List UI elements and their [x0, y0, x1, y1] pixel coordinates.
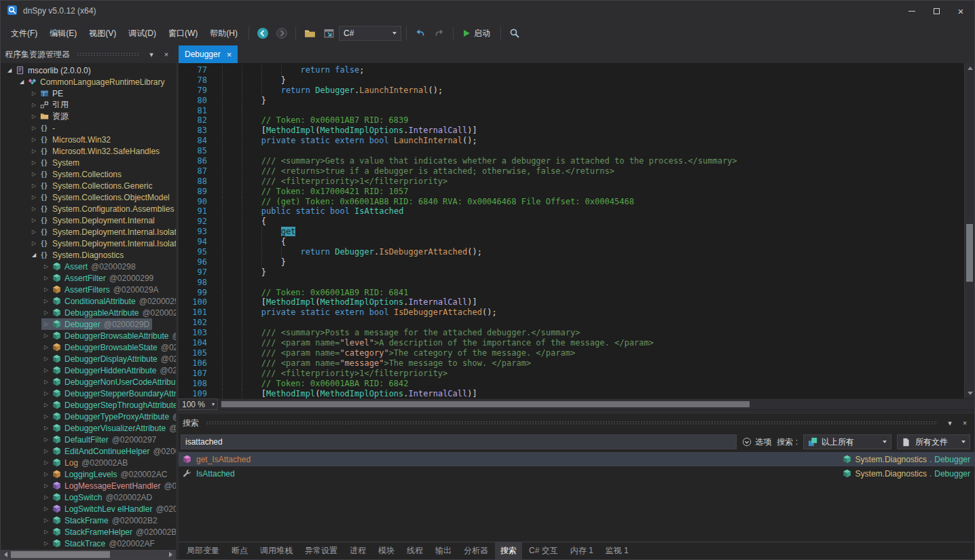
- expander-closed-icon[interactable]: ▷: [29, 217, 39, 223]
- editor-vertical-scrollbar[interactable]: [964, 63, 974, 398]
- code-line[interactable]: 93get: [179, 227, 963, 237]
- tree-item[interactable]: ▷{}Microsoft.Win32.SafeHandles: [1, 145, 176, 157]
- expander-closed-icon[interactable]: ▷: [41, 471, 51, 477]
- code-line[interactable]: 105/// <param name="category">The catego…: [179, 348, 963, 358]
- code-line[interactable]: 86/// <summary>Gets a value that indicat…: [179, 156, 963, 166]
- expander-closed-icon[interactable]: ▷: [41, 413, 51, 419]
- code-line[interactable]: 102: [179, 318, 963, 328]
- expander-closed-icon[interactable]: ▷: [41, 321, 51, 327]
- tree-item[interactable]: ▷{}-: [1, 122, 176, 134]
- undo-button[interactable]: [411, 24, 429, 42]
- search-scope-combo[interactable]: 以上所有: [803, 434, 891, 449]
- code-line[interactable]: 91public static bool IsAttached: [179, 206, 963, 217]
- bottom-tab-1[interactable]: 断点: [226, 542, 253, 559]
- tree-item[interactable]: ▷DebuggerDisplayAttribute@020002A0: [1, 353, 176, 365]
- maximize-button[interactable]: [924, 2, 949, 20]
- bottom-tab-4[interactable]: 进程: [344, 542, 371, 559]
- code-line[interactable]: 97}: [179, 267, 963, 278]
- options-button[interactable]: 选项: [742, 436, 771, 448]
- expander-closed-icon[interactable]: ▷: [29, 206, 39, 212]
- expander-closed-icon[interactable]: ▷: [41, 390, 51, 396]
- tree-item[interactable]: ▷Log@020002AB: [1, 457, 176, 468]
- tree-item[interactable]: ◢CommonLanguageRuntimeLibrary: [1, 76, 176, 88]
- tree-item[interactable]: ▷DebuggerVisualizerAttribute@020002A6: [1, 422, 176, 434]
- tree-item[interactable]: ▷DefaultFilter@02000297: [1, 434, 176, 445]
- menu-item-file[interactable]: 文件(F): [5, 24, 43, 43]
- tree-item[interactable]: ▷DebuggerStepperBoundaryAttribute@020002…: [1, 388, 176, 399]
- code-line[interactable]: 98: [179, 278, 963, 288]
- tree-item[interactable]: ▷PE: [1, 88, 176, 99]
- tree-item[interactable]: ◢mscorlib (2.0.0.0): [1, 64, 176, 76]
- tree-item[interactable]: ▷LogSwitch@020002AD: [1, 491, 176, 503]
- tree-item[interactable]: ▷{}Microsoft.Win32: [1, 134, 176, 145]
- expander-closed-icon[interactable]: ▷: [41, 529, 51, 535]
- tree-item[interactable]: ▷{}System.Deployment.Internal: [1, 214, 176, 226]
- scrollbar-thumb[interactable]: [966, 224, 973, 282]
- code-line[interactable]: 104/// <param name="level">A description…: [179, 338, 963, 348]
- search-result-row[interactable]: IsAttachedSystem.Diagnostics.Debugger: [179, 466, 974, 481]
- tree-item[interactable]: ▷LogSwitchLev elHandler@020002B1: [1, 503, 176, 515]
- scroll-left-arrow[interactable]: [4, 552, 7, 557]
- expander-closed-icon[interactable]: ▷: [41, 460, 51, 466]
- expander-closed-icon[interactable]: ▷: [41, 425, 51, 431]
- code-line[interactable]: 92{: [179, 217, 963, 227]
- tab-debugger[interactable]: Debugger ×: [179, 45, 238, 63]
- expander-closed-icon[interactable]: ▷: [29, 136, 39, 143]
- code-line[interactable]: 100[MethodImpl(MethodImplOptions.Interna…: [179, 297, 963, 307]
- expander-closed-icon[interactable]: ▷: [29, 113, 39, 119]
- menu-item-window[interactable]: 窗口(W): [162, 24, 204, 43]
- sidebar-horizontal-scrollbar[interactable]: [1, 550, 176, 559]
- chevron-down-icon[interactable]: ▾: [944, 419, 955, 428]
- code-line[interactable]: 96}: [179, 257, 963, 267]
- tree-item[interactable]: ▷LoggingLevels@020002AC: [1, 468, 176, 480]
- back-button[interactable]: [254, 24, 272, 42]
- code-line[interactable]: 83[MethodImpl(MethodImplOptions.Internal…: [179, 126, 963, 136]
- tab-close-icon[interactable]: ×: [227, 50, 232, 60]
- window-arrow-button[interactable]: [320, 24, 337, 42]
- code-line[interactable]: 103/// <summary>Posts a message for the …: [179, 328, 963, 338]
- bottom-tab-5[interactable]: 模块: [373, 542, 400, 559]
- expander-closed-icon[interactable]: ▷: [41, 494, 51, 500]
- code-editor[interactable]: 77return false;78}79return Debugger.Laun…: [179, 63, 974, 398]
- expander-closed-icon[interactable]: ▷: [41, 286, 51, 293]
- code-line[interactable]: 107/// <filterpriority>1</filterpriority…: [179, 369, 963, 379]
- tree-item[interactable]: ▷Debugger@0200029D: [1, 318, 176, 330]
- tree-item[interactable]: ▷资源: [1, 111, 176, 122]
- code-line[interactable]: 84private static extern bool LaunchInter…: [179, 136, 963, 146]
- expander-closed-icon[interactable]: ▷: [29, 160, 39, 166]
- assembly-explorer-header[interactable]: 程序集资源管理器 ▾ ×: [1, 45, 176, 63]
- bottom-tab-12[interactable]: 监视 1: [600, 542, 634, 559]
- tree-item[interactable]: ▷LogMessageEventHandler@020002B0: [1, 480, 176, 491]
- bottom-tab-8[interactable]: 分析器: [458, 542, 494, 559]
- expander-closed-icon[interactable]: ▷: [41, 402, 51, 408]
- tree-item[interactable]: ▷{}System.Configuration.Assemblies: [1, 203, 176, 214]
- menu-item-help[interactable]: 帮助(H): [204, 24, 244, 43]
- menu-item-debug[interactable]: 调试(D): [122, 24, 162, 43]
- bottom-tab-11[interactable]: 内存 1: [565, 542, 599, 559]
- code-line[interactable]: 109[MethodImpl(MethodImplOptions.Interna…: [179, 389, 963, 399]
- code-line[interactable]: 108// Token: 0x06001ABA RID: 6842: [179, 379, 963, 389]
- expander-closed-icon[interactable]: ▷: [41, 333, 51, 339]
- scroll-right-arrow[interactable]: [169, 552, 172, 557]
- expander-open-icon[interactable]: ◢: [5, 67, 14, 73]
- code-line[interactable]: 78}: [179, 75, 963, 86]
- tree-item[interactable]: ▷DebuggerBrowsableState@0200029F: [1, 341, 176, 353]
- scrollbar-thumb[interactable]: [11, 551, 110, 558]
- expander-closed-icon[interactable]: ▷: [41, 344, 51, 350]
- expander-closed-icon[interactable]: ▷: [41, 310, 51, 316]
- code-line[interactable]: 79return Debugger.LaunchInternal();: [179, 86, 963, 96]
- code-line[interactable]: 94{: [179, 237, 963, 247]
- tree-item[interactable]: ◢{}System.Diagnostics: [1, 249, 176, 261]
- menu-item-edit[interactable]: 编辑(E): [43, 24, 83, 43]
- open-file-button[interactable]: [301, 24, 318, 42]
- expander-closed-icon[interactable]: ▷: [41, 275, 51, 281]
- language-combo[interactable]: C#: [339, 26, 401, 41]
- search-assemblies-button[interactable]: [506, 24, 523, 42]
- tree-item[interactable]: ▷StackTrace@020002AF: [1, 538, 176, 549]
- tree-item[interactable]: ▷DebuggerStepThroughAttribute@020002A4: [1, 399, 176, 411]
- zoom-combo[interactable]: 100 % ▾: [179, 398, 218, 410]
- tree-item[interactable]: ▷DebuggerTypeProxyAttribute@020002A5: [1, 411, 176, 422]
- forward-button[interactable]: [273, 24, 291, 42]
- close-icon[interactable]: ×: [161, 50, 172, 58]
- code-line[interactable]: 106/// <param name="message">The message…: [179, 358, 963, 369]
